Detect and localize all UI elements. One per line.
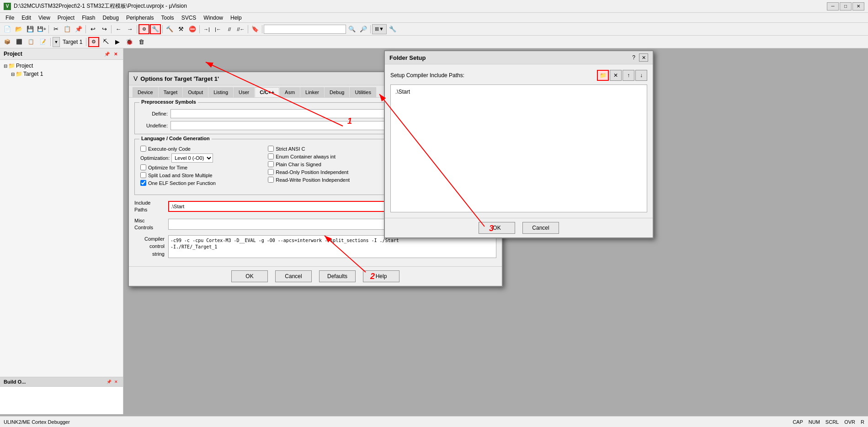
sidebar-close-btn[interactable]: ✕ <box>112 50 119 58</box>
tab-device[interactable]: Device <box>133 87 158 97</box>
tb-paste[interactable]: 📌 <box>73 24 84 34</box>
options-cancel-btn[interactable]: Cancel <box>275 270 312 282</box>
tb2-rte[interactable]: 📦 <box>2 37 13 47</box>
tb2-manage[interactable]: ⛏ <box>100 37 111 47</box>
tb2-debug[interactable]: 🐞 <box>124 37 135 47</box>
tb-settings[interactable]: 🔧 <box>387 24 398 34</box>
menu-tools[interactable]: Tools <box>158 14 178 22</box>
tb2-rte3[interactable]: 📋 <box>26 37 37 47</box>
split-load-check[interactable] <box>140 172 146 178</box>
tb-undo[interactable]: ↩ <box>87 24 98 34</box>
tb-uncomment[interactable]: //← <box>235 24 246 34</box>
tab-user[interactable]: User <box>234 87 254 97</box>
tb-sep2 <box>85 25 86 33</box>
menu-file[interactable]: File <box>2 14 18 22</box>
tb2-build[interactable]: ▶ <box>112 37 123 47</box>
tab-linker[interactable]: Linker <box>300 87 324 97</box>
compiler-row: Compilercontrolstring -c99 -c -cpu Corte… <box>134 235 496 258</box>
tb-navback[interactable]: ← <box>113 24 124 34</box>
tb-copy[interactable]: 📋 <box>62 24 73 34</box>
tab-debug[interactable]: Debug <box>325 87 349 97</box>
status-right: CAP NUM SCRL OVR R <box>793 419 864 425</box>
one-elf-check[interactable] <box>140 180 146 186</box>
folder-path-item[interactable]: .\Start <box>394 88 644 96</box>
sidebar-pin-btn[interactable]: 📌 <box>103 50 111 58</box>
read-only-check[interactable] <box>268 169 274 175</box>
tb-inspect[interactable]: ⚙ <box>138 24 149 34</box>
tb2-dropdown-btn[interactable]: ▼ <box>53 37 60 47</box>
tab-output[interactable]: Output <box>183 87 208 97</box>
optimization-select[interactable]: Level 0 (-O0) Level 1 (-O1) <box>171 153 213 163</box>
split-load-label: Split Load and Store Multiple <box>148 173 213 178</box>
tab-listing[interactable]: Listing <box>208 87 233 97</box>
menu-edit[interactable]: Edit <box>18 14 35 22</box>
sidebar-tree-item-target[interactable]: ⊟ 📁 Target 1 <box>2 70 121 78</box>
tb-save[interactable]: 💾 <box>25 24 36 34</box>
tb-new[interactable]: 📄 <box>2 24 13 34</box>
tb-saveall[interactable]: 💾+ <box>36 24 47 34</box>
folder-new-btn[interactable]: 📁 <box>597 70 609 81</box>
plain-char-check[interactable] <box>268 161 274 167</box>
menu-help[interactable]: Help <box>227 14 245 22</box>
tb-navfwd[interactable]: → <box>124 24 135 34</box>
execute-only-check[interactable] <box>140 146 146 152</box>
folder-down-btn[interactable]: ↓ <box>635 70 647 81</box>
build-close-btn[interactable]: ✕ <box>113 379 119 385</box>
folder-up-btn[interactable]: ↑ <box>623 70 634 81</box>
minimize-button[interactable]: ─ <box>827 2 839 11</box>
tb-find-all[interactable]: 🔎 <box>358 24 369 34</box>
tb-indent[interactable]: →| <box>201 24 212 34</box>
tb2-rte2[interactable]: ⬛ <box>14 37 25 47</box>
tab-asm[interactable]: Asm <box>280 87 300 97</box>
tab-cpp[interactable]: C/C++ <box>255 87 279 97</box>
tb-stop[interactable]: ⛔ <box>187 24 198 34</box>
optimize-time-check[interactable] <box>140 164 146 170</box>
tb-rebuild[interactable]: ⚒ <box>176 24 186 34</box>
tab-target[interactable]: Target <box>159 87 183 97</box>
menu-window[interactable]: Window <box>200 14 227 22</box>
tb-comment[interactable]: // <box>224 24 235 34</box>
tb-open[interactable]: 📂 <box>13 24 24 34</box>
menu-flash[interactable]: Flash <box>78 14 99 22</box>
tb-cut[interactable]: ✂ <box>50 24 61 34</box>
maximize-button[interactable]: □ <box>840 2 852 11</box>
tab-utilities[interactable]: Utilities <box>350 87 376 97</box>
tb-bookmark[interactable]: 🔖 <box>250 24 261 34</box>
menu-debug[interactable]: Debug <box>99 14 122 22</box>
tb2-options-for-target[interactable]: ⚙ <box>88 37 99 47</box>
toolbar-2: 📦 ⬛ 📋 📝 ▼ Target 1 ⚙ ⛏ ▶ 🐞 🗑 <box>0 36 868 48</box>
read-write-check[interactable] <box>268 177 274 183</box>
folder-cancel-btn[interactable]: Cancel <box>522 222 559 234</box>
options-ok-btn[interactable]: OK <box>231 270 268 282</box>
menu-svcs[interactable]: SVCS <box>178 14 200 22</box>
options-defaults-btn[interactable]: Defaults <box>319 270 356 282</box>
options-dialog-title: Options for Target 'Target 1' <box>140 75 219 82</box>
build-pin-btn[interactable]: 📌 <box>106 379 112 385</box>
search-box[interactable] <box>264 25 346 34</box>
tb-unindent[interactable]: |← <box>213 24 224 34</box>
menu-project[interactable]: Project <box>54 14 78 22</box>
tb2-eraseflash[interactable]: 🗑 <box>136 37 147 47</box>
menu-view[interactable]: View <box>35 14 54 22</box>
folder-close-btn[interactable]: ✕ <box>639 53 648 62</box>
folder-delete-btn[interactable]: ✕ <box>610 70 622 81</box>
tb-view-options[interactable]: ⊞▼ <box>372 24 387 34</box>
strict-ansi-check[interactable] <box>268 146 274 152</box>
sidebar-tree-item-expand[interactable]: ⊟ 📁 Project <box>2 62 121 70</box>
menu-peripherals[interactable]: Peripherals <box>122 14 158 22</box>
tb2-rte4[interactable]: 📝 <box>37 37 48 47</box>
folder-help-btn[interactable]: ? <box>630 54 637 61</box>
read-write-label: Read-Write Position Independent <box>276 177 350 183</box>
tb-redo[interactable]: ↪ <box>99 24 110 34</box>
language-group-title: Language / Code Generation <box>139 136 212 141</box>
tb-search[interactable]: 🔍 <box>346 24 357 34</box>
folder-path-list: .\Start <box>390 84 647 212</box>
options-help-btn[interactable]: Help <box>363 270 399 282</box>
tb-options-target[interactable]: 🔧 <box>150 24 161 34</box>
compiler-label: Compilercontrolstring <box>134 235 166 258</box>
enum-container-check[interactable] <box>268 153 274 159</box>
folder-ok-btn[interactable]: OK <box>479 222 515 234</box>
tb-build[interactable]: 🔨 <box>164 24 175 34</box>
close-button[interactable]: ✕ <box>852 2 864 11</box>
target-expand-icon: ⊟ <box>11 72 15 77</box>
